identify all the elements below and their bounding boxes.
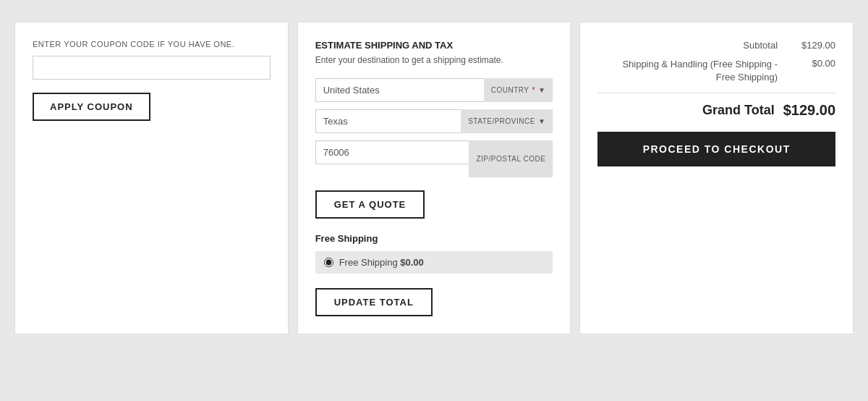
shipping-option-label: Free Shipping $0.00 bbox=[339, 257, 424, 268]
zip-input[interactable] bbox=[315, 140, 553, 164]
coupon-label: ENTER YOUR COUPON CODE IF YOU HAVE ONE. bbox=[33, 40, 271, 48]
shipping-row: Shipping & Handling (Free Shipping - Fre… bbox=[597, 58, 835, 84]
divider bbox=[597, 93, 835, 93]
main-container: ENTER YOUR COUPON CODE IF YOU HAVE ONE. … bbox=[14, 14, 854, 342]
shipping-value: $0.00 bbox=[792, 58, 835, 84]
estimate-panel: ESTIMATE SHIPPING AND TAX Enter your des… bbox=[297, 22, 571, 334]
grand-total-row: Grand Total $129.00 bbox=[597, 102, 835, 119]
checkout-button[interactable]: PROCEED TO CHECKOUT bbox=[597, 132, 835, 166]
subtotal-label: Subtotal bbox=[597, 40, 792, 51]
country-wrapper: United States COUNTRY * ▼ bbox=[315, 78, 553, 102]
grand-total-label: Grand Total bbox=[702, 103, 775, 118]
shipping-radio[interactable] bbox=[324, 258, 333, 267]
subtotal-row: Subtotal $129.00 bbox=[597, 40, 835, 51]
zip-wrapper: ZIP/POSTAL CODE bbox=[315, 140, 553, 177]
get-quote-button[interactable]: GET A QUOTE bbox=[315, 190, 425, 219]
shipping-section-label: Free Shipping bbox=[315, 233, 553, 244]
estimate-title: ESTIMATE SHIPPING AND TAX bbox=[315, 40, 553, 51]
coupon-panel: ENTER YOUR COUPON CODE IF YOU HAVE ONE. … bbox=[14, 22, 289, 334]
subtotal-value: $129.00 bbox=[792, 40, 835, 51]
estimate-subtitle: Enter your destination to get a shipping… bbox=[315, 55, 553, 65]
shipping-option: Free Shipping $0.00 bbox=[315, 251, 553, 274]
coupon-input[interactable] bbox=[33, 56, 271, 80]
shipping-row-label: Shipping & Handling (Free Shipping - Fre… bbox=[597, 58, 792, 84]
state-wrapper: Texas STATE/PROVINCE ▼ bbox=[315, 109, 553, 133]
state-select[interactable]: Texas bbox=[315, 109, 553, 133]
country-select[interactable]: United States bbox=[315, 78, 553, 102]
summary-panel: Subtotal $129.00 Shipping & Handling (Fr… bbox=[579, 22, 854, 334]
grand-total-value: $129.00 bbox=[783, 102, 835, 119]
apply-coupon-button[interactable]: APPLY COUPON bbox=[33, 93, 150, 121]
update-total-button[interactable]: UPDATE TOTAL bbox=[315, 288, 433, 316]
